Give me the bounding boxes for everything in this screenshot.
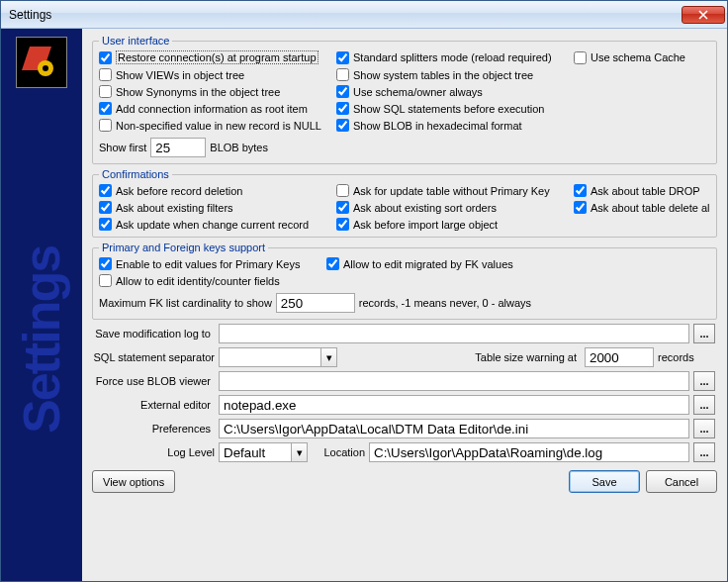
chk-show-system[interactable]: Show system tables in the object tree <box>336 68 574 81</box>
bottom-bar: View options Save Cancel <box>92 466 717 493</box>
group-pkfk: Primary and Foreign keys support Enable … <box>92 242 717 320</box>
sidebar-title: Settings <box>12 98 71 581</box>
save-log-browse[interactable]: ... <box>693 324 715 343</box>
prefs-label: Preferences <box>92 423 215 435</box>
titlebar[interactable]: Settings <box>1 1 727 29</box>
chk-use-schema-cache[interactable]: Use schema Cache <box>574 50 710 64</box>
group-ui-legend: User interface <box>99 35 172 47</box>
max-fk-input[interactable] <box>276 293 355 313</box>
svg-point-2 <box>43 65 48 71</box>
chk-use-schema-owner[interactable]: Use schema/owner always <box>336 85 574 98</box>
close-button[interactable] <box>682 6 725 24</box>
log-level-label: Log Level <box>92 446 215 458</box>
ext-editor-browse[interactable]: ... <box>693 395 715 415</box>
table-warn-label: Table size warning at <box>341 351 581 363</box>
chk-allow-migrated[interactable]: Allow to edit migrated by FK values <box>326 257 710 270</box>
body: Settings User interface Restore connecti… <box>1 29 727 581</box>
max-fk-label: Maximum FK list cardinality to show <box>99 297 272 309</box>
row-ext-editor: External editor ... <box>92 395 717 415</box>
chk-ask-drop[interactable]: Ask about table DROP <box>574 184 710 197</box>
sql-sep-combo[interactable]: ▾ <box>219 347 337 367</box>
save-log-input[interactable] <box>219 324 689 343</box>
settings-window: Settings Settings User interface <box>0 0 728 582</box>
save-log-label: Save modification log to <box>92 328 215 340</box>
app-logo-icon <box>22 43 61 82</box>
chk-restore-conn[interactable]: Restore connection(s) at program startup <box>99 50 336 64</box>
location-browse[interactable]: ... <box>693 442 715 462</box>
show-first-input[interactable] <box>150 138 206 157</box>
app-logo <box>16 37 67 88</box>
group-confirmations: Confirmations Ask before record deletion… <box>92 168 717 238</box>
row-log: Log Level ▾ Location ... <box>92 442 717 462</box>
chk-show-synonyms[interactable]: Show Synonyms in the object tree <box>99 85 336 98</box>
blob-bytes-label: BLOB bytes <box>210 142 268 153</box>
close-icon <box>698 10 708 20</box>
chk-show-sql-before[interactable]: Show SQL statements before execution <box>336 102 574 115</box>
location-input[interactable] <box>369 442 689 462</box>
sidebar: Settings <box>1 29 82 581</box>
force-blob-label: Force use BLOB viewer <box>92 375 215 387</box>
chk-edit-identity[interactable]: Allow to edit identity/counter fields <box>99 274 326 287</box>
group-user-interface: User interface Restore connection(s) at … <box>92 35 717 164</box>
chk-ask-filters[interactable]: Ask about existing filters <box>99 201 336 214</box>
chk-ask-delete-all[interactable]: Ask about table delete all <box>574 201 710 214</box>
chk-nonspec-null[interactable]: Non-specified value in new record is NUL… <box>99 119 336 132</box>
chk-show-blob-hex[interactable]: Show BLOB in hexadecimal format <box>336 119 574 132</box>
log-level-combo[interactable]: ▾ <box>219 442 308 462</box>
table-warn-input[interactable] <box>585 347 654 367</box>
sql-sep-label: SQL statement separator <box>92 351 215 363</box>
chk-ask-update-change[interactable]: Ask update when change current record <box>99 218 336 231</box>
force-blob-browse[interactable]: ... <box>693 371 715 391</box>
row-sql-sep: SQL statement separator ▾ Table size war… <box>92 347 717 367</box>
chk-ask-import-lob[interactable]: Ask before import large object <box>336 218 574 231</box>
ext-editor-label: External editor <box>92 399 215 411</box>
max-fk-suffix: records, -1 means never, 0 - always <box>359 297 531 309</box>
chk-ask-sort[interactable]: Ask about existing sort orders <box>336 201 574 214</box>
location-label: Location <box>312 446 365 458</box>
row-prefs: Preferences ... <box>92 419 717 438</box>
row-force-blob: Force use BLOB viewer ... <box>92 371 717 391</box>
prefs-input[interactable] <box>219 419 689 438</box>
chk-standard-splitters[interactable]: Standard splitters mode (reload required… <box>336 50 574 64</box>
group-confirm-legend: Confirmations <box>99 168 172 180</box>
main-panel: User interface Restore connection(s) at … <box>82 29 727 581</box>
force-blob-input[interactable] <box>219 371 689 391</box>
log-level-input[interactable] <box>219 442 308 462</box>
window-title: Settings <box>9 8 682 22</box>
view-options-button[interactable]: View options <box>92 470 175 493</box>
group-pkfk-legend: Primary and Foreign keys support <box>99 242 268 253</box>
chk-show-views[interactable]: Show VIEWs in object tree <box>99 68 336 81</box>
show-first-label: Show first <box>99 142 146 153</box>
prefs-browse[interactable]: ... <box>693 419 715 438</box>
row-save-log: Save modification log to ... <box>92 324 717 343</box>
cancel-button[interactable]: Cancel <box>646 470 717 493</box>
sql-sep-input[interactable] <box>219 347 337 367</box>
chk-add-conn-info[interactable]: Add connection information as root item <box>99 102 336 115</box>
save-button[interactable]: Save <box>569 470 640 493</box>
chk-ask-update-nopk[interactable]: Ask for update table without Primary Key <box>336 184 574 197</box>
table-warn-suffix: records <box>658 351 717 363</box>
ext-editor-input[interactable] <box>219 395 689 415</box>
chk-ask-delete[interactable]: Ask before record deletion <box>99 184 336 197</box>
chk-edit-pk[interactable]: Enable to edit values for Primary Keys <box>99 257 326 270</box>
